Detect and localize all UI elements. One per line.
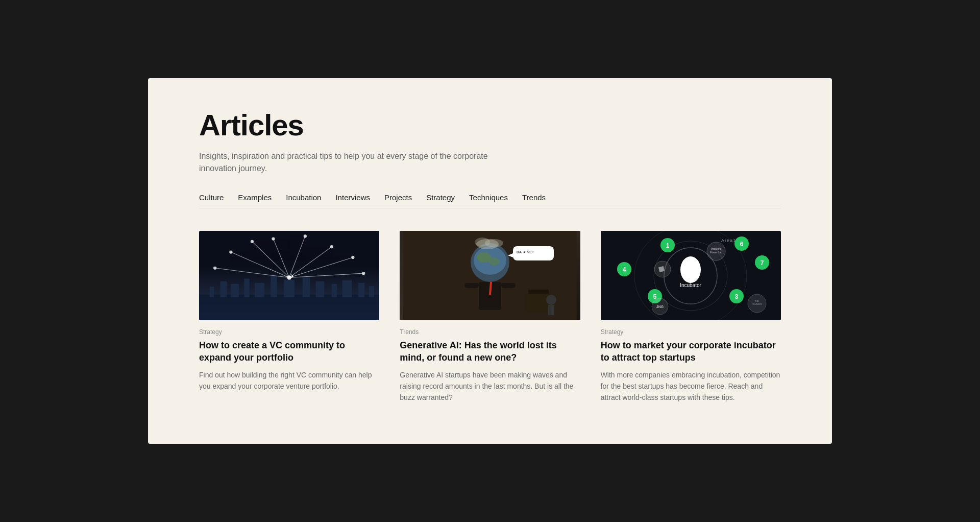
article-card-3[interactable]: Area120 Incubator 6 7 <box>601 231 781 403</box>
svg-text:7: 7 <box>761 259 764 267</box>
nav-item-trends[interactable]: Trends <box>522 193 546 208</box>
svg-point-24 <box>251 240 254 243</box>
svg-text:DA: DA <box>517 250 522 254</box>
articles-page: Articles Insights, inspiration and pract… <box>148 78 832 444</box>
svg-text:Power Lab: Power Lab <box>710 251 722 254</box>
article-category-1: Strategy <box>199 328 379 336</box>
article-category-2: Trends <box>400 328 580 336</box>
article-title-3: How to market your corporate incubator t… <box>601 340 781 364</box>
svg-point-38 <box>485 239 503 247</box>
article-card-2[interactable]: DA ★ MO! Trends Generative AI: Has the w… <box>400 231 580 403</box>
svg-rect-13 <box>369 287 374 298</box>
svg-text:MO!: MO! <box>527 250 533 254</box>
svg-point-28 <box>213 267 216 270</box>
svg-text:3: 3 <box>735 293 739 300</box>
article-category-3: Strategy <box>601 328 781 336</box>
svg-text:4: 4 <box>623 266 626 273</box>
svg-rect-11 <box>342 280 352 297</box>
svg-rect-1 <box>210 287 214 298</box>
svg-rect-2 <box>220 281 227 297</box>
svg-rect-6 <box>271 276 277 298</box>
svg-rect-0 <box>199 295 379 320</box>
svg-rect-51 <box>548 305 554 315</box>
svg-point-34 <box>477 252 491 263</box>
svg-rect-5 <box>255 283 264 297</box>
svg-point-26 <box>351 256 354 259</box>
articles-grid: → Strategy How to create a VC community … <box>199 231 781 403</box>
svg-rect-3 <box>231 284 239 297</box>
svg-rect-49 <box>528 290 549 294</box>
svg-text:Vodafone: Vodafone <box>711 247 722 250</box>
nav-item-strategy[interactable]: Strategy <box>426 193 455 208</box>
article-excerpt-1: Find out how building the right VC commu… <box>199 370 379 392</box>
svg-point-25 <box>330 246 333 249</box>
svg-text:1: 1 <box>666 242 670 249</box>
nav-item-techniques[interactable]: Techniques <box>469 193 508 208</box>
svg-rect-41 <box>464 283 479 288</box>
nav-item-culture[interactable]: Culture <box>199 193 224 208</box>
article-excerpt-2: Generative AI startups have been making … <box>400 370 580 403</box>
svg-point-30 <box>304 235 307 238</box>
category-navigation: Culture Examples Incubation Interviews P… <box>199 193 781 208</box>
article-excerpt-3: With more companies embracing incubation… <box>601 370 781 403</box>
article-title-1: How to create a VC community to expand y… <box>199 340 379 364</box>
svg-text:FOUNDRY: FOUNDRY <box>752 303 762 305</box>
svg-point-50 <box>546 295 556 305</box>
svg-text:THE: THE <box>755 300 759 302</box>
arrow-icon: → <box>282 268 297 284</box>
article-card-1[interactable]: → Strategy How to create a VC community … <box>199 231 379 403</box>
svg-point-23 <box>229 251 232 254</box>
article-title-2: Generative AI: Has the world lost its mi… <box>400 340 580 364</box>
article-image-2: DA ★ MO! <box>400 231 580 320</box>
svg-text:JNG: JNG <box>656 305 664 309</box>
article-image-3: Area120 Incubator 6 7 <box>601 231 781 320</box>
svg-rect-9 <box>316 281 325 297</box>
svg-point-29 <box>272 238 275 241</box>
nav-item-interviews[interactable]: Interviews <box>335 193 370 208</box>
svg-text:6: 6 <box>740 241 744 248</box>
page-title: Articles <box>199 109 781 141</box>
nav-item-incubation[interactable]: Incubation <box>286 193 321 208</box>
nav-item-examples[interactable]: Examples <box>238 193 272 208</box>
svg-rect-42 <box>501 283 516 288</box>
svg-text:★: ★ <box>523 250 526 254</box>
svg-point-57 <box>680 256 701 283</box>
nav-item-projects[interactable]: Projects <box>384 193 412 208</box>
svg-rect-8 <box>303 278 310 297</box>
article-image-1: → <box>199 231 379 320</box>
svg-rect-12 <box>358 283 364 297</box>
svg-point-27 <box>362 272 365 275</box>
svg-rect-10 <box>332 284 337 297</box>
page-subtitle: Insights, inspiration and practical tips… <box>199 150 495 175</box>
svg-text:Incubator: Incubator <box>680 282 701 288</box>
svg-point-35 <box>489 257 499 266</box>
svg-rect-4 <box>244 279 249 297</box>
